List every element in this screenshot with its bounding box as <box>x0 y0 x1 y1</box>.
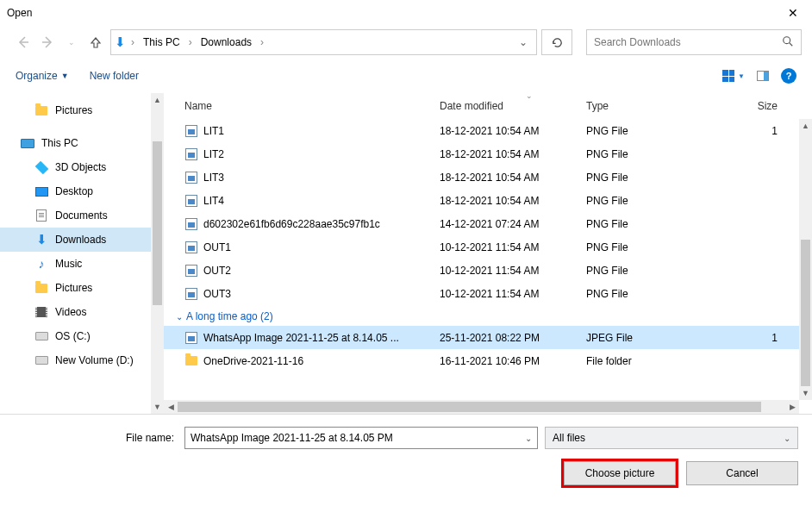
file-date: 18-12-2021 10:54 AM <box>440 148 586 160</box>
file-row[interactable]: WhatsApp Image 2021-11-25 at 8.14.05 ...… <box>164 326 812 349</box>
sidebar-item-os-c-[interactable]: OS (C:) <box>0 324 164 348</box>
folder-icon <box>184 354 198 368</box>
file-row[interactable]: OUT110-12-2021 11:54 AMPNG File <box>164 235 812 259</box>
window-title: Open <box>7 7 32 19</box>
file-type: PNG File <box>586 218 715 230</box>
sidebar-item-music[interactable]: ♪Music <box>0 252 164 276</box>
breadcrumb-downloads[interactable]: Downloads <box>197 34 255 50</box>
file-group-header[interactable]: ⌄A long time ago (2) <box>164 305 812 326</box>
sidebar-item-pictures[interactable]: Pictures <box>0 276 164 300</box>
file-row[interactable]: LIT418-12-2021 10:54 AMPNG File <box>164 189 812 212</box>
image-file-icon <box>184 331 198 345</box>
file-date: 14-12-2021 07:24 AM <box>440 218 586 230</box>
filename-input[interactable]: WhatsApp Image 2021-11-25 at 8.14.05 PM … <box>184 427 538 449</box>
chevron-down-icon: ▼ <box>738 72 745 80</box>
file-row[interactable]: d602302e61fb6d69c228aae35c97fb1c14-12-20… <box>164 212 812 235</box>
filename-label: File name: <box>14 432 178 444</box>
sidebar-item-documents[interactable]: Documents <box>0 203 164 228</box>
scroll-down-icon[interactable]: ▼ <box>799 386 812 400</box>
file-date: 18-12-2021 10:54 AM <box>440 125 586 137</box>
chevron-down-icon[interactable]: ⌄ <box>525 434 532 443</box>
scroll-thumb[interactable] <box>801 240 810 386</box>
folder-icon <box>34 281 48 295</box>
horizontal-scrollbar[interactable]: ◀ ▶ <box>164 400 799 414</box>
sidebar-item-3d-objects[interactable]: 3D Objects <box>0 155 164 179</box>
file-name: d602302e61fb6d69c228aae35c97fb1c <box>203 218 380 230</box>
sidebar-item-label: Pictures <box>55 104 92 116</box>
address-dropdown[interactable]: ⌄ <box>514 36 533 48</box>
pc-icon <box>21 136 34 150</box>
file-row[interactable]: OneDrive-2021-11-1616-11-2021 10:46 PMFi… <box>164 349 812 372</box>
downloads-icon: ⬇ <box>115 34 126 50</box>
back-button[interactable] <box>14 33 33 52</box>
scroll-left-icon[interactable]: ◀ <box>164 400 178 414</box>
scroll-thumb[interactable] <box>178 402 761 412</box>
sidebar-item-label: Downloads <box>55 234 106 246</box>
address-bar[interactable]: ⬇ › This PC › Downloads › ⌄ <box>110 29 537 55</box>
col-name[interactable]: Name <box>164 100 440 112</box>
sidebar-item-pictures[interactable]: Pictures <box>0 98 164 122</box>
col-type[interactable]: Type <box>586 100 715 112</box>
file-date: 10-12-2021 11:54 AM <box>440 265 586 277</box>
scroll-right-icon[interactable]: ▶ <box>785 400 799 414</box>
sidebar-item-downloads[interactable]: ⬇Downloads <box>0 228 164 252</box>
cancel-button[interactable]: Cancel <box>686 461 798 485</box>
file-row[interactable]: OUT210-12-2021 11:54 AMPNG File <box>164 259 812 282</box>
folder-icon <box>34 103 48 117</box>
file-row[interactable]: OUT310-12-2021 11:54 AMPNG File <box>164 282 812 305</box>
sidebar-item-desktop[interactable]: Desktop <box>0 179 164 203</box>
navigation-sidebar: PicturesThis PC3D ObjectsDesktopDocument… <box>0 93 164 414</box>
choose-picture-button[interactable]: Choose picture <box>564 461 676 485</box>
recent-dropdown[interactable]: ⌄ <box>62 33 81 52</box>
sidebar-item-videos[interactable]: Videos <box>0 300 164 324</box>
chevron-down-icon: ▼ <box>61 72 69 80</box>
vertical-scrollbar[interactable]: ▲ ▼ <box>799 119 812 400</box>
file-type: PNG File <box>586 241 715 253</box>
file-date: 16-11-2021 10:46 PM <box>440 355 586 367</box>
chevron-right-icon: › <box>128 36 138 48</box>
help-button[interactable]: ? <box>781 68 796 84</box>
column-headers: ⌄ Name Date modified Type Size <box>164 93 812 119</box>
image-file-icon <box>184 194 198 208</box>
file-row[interactable]: LIT318-12-2021 10:54 AMPNG File <box>164 166 812 189</box>
preview-pane-button[interactable] <box>757 71 769 81</box>
sort-indicator: ⌄ <box>526 91 533 100</box>
file-name: OUT1 <box>203 241 231 253</box>
image-file-icon <box>184 147 198 161</box>
chevron-down-icon: ⌄ <box>784 434 790 443</box>
up-button[interactable] <box>86 33 105 52</box>
scroll-up-icon[interactable]: ▲ <box>799 119 812 133</box>
file-name: LIT3 <box>203 172 224 184</box>
file-type: PNG File <box>586 288 715 300</box>
download-icon: ⬇ <box>34 233 48 247</box>
sidebar-item-label: Desktop <box>55 185 93 197</box>
video-icon <box>34 305 48 319</box>
file-name: LIT4 <box>203 195 224 207</box>
col-size[interactable]: Size <box>715 100 798 112</box>
close-icon[interactable]: ✕ <box>781 3 805 23</box>
forward-button[interactable] <box>38 33 57 52</box>
file-date: 18-12-2021 10:54 AM <box>440 195 586 207</box>
sidebar-item-this-pc[interactable]: This PC <box>0 131 164 155</box>
sidebar-item-label: New Volume (D:) <box>55 354 134 366</box>
breadcrumb-thispc[interactable]: This PC <box>140 34 184 50</box>
sidebar-scrollbar[interactable]: ▲▼ <box>151 93 164 414</box>
sidebar-item-label: OS (C:) <box>55 330 91 342</box>
col-date[interactable]: Date modified <box>440 100 586 112</box>
file-row[interactable]: LIT218-12-2021 10:54 AMPNG File <box>164 142 812 166</box>
new-folder-button[interactable]: New folder <box>90 70 139 82</box>
file-date: 10-12-2021 11:54 AM <box>440 288 586 300</box>
file-size: 1 <box>715 332 798 344</box>
view-options-button[interactable]: ▼ <box>722 70 745 82</box>
organize-menu[interactable]: Organize ▼ <box>16 70 69 82</box>
file-type-filter[interactable]: All files ⌄ <box>545 427 798 449</box>
sidebar-item-label: Documents <box>55 209 108 222</box>
file-name: OUT3 <box>203 288 231 300</box>
sidebar-item-label: Videos <box>55 306 86 318</box>
search-input[interactable]: Search Downloads <box>586 29 802 55</box>
drive-icon <box>34 353 48 367</box>
image-file-icon <box>184 241 198 254</box>
sidebar-item-new-volume-d-[interactable]: New Volume (D:) <box>0 348 164 372</box>
refresh-button[interactable] <box>541 29 572 55</box>
file-row[interactable]: LIT118-12-2021 10:54 AMPNG File1 <box>164 119 812 142</box>
